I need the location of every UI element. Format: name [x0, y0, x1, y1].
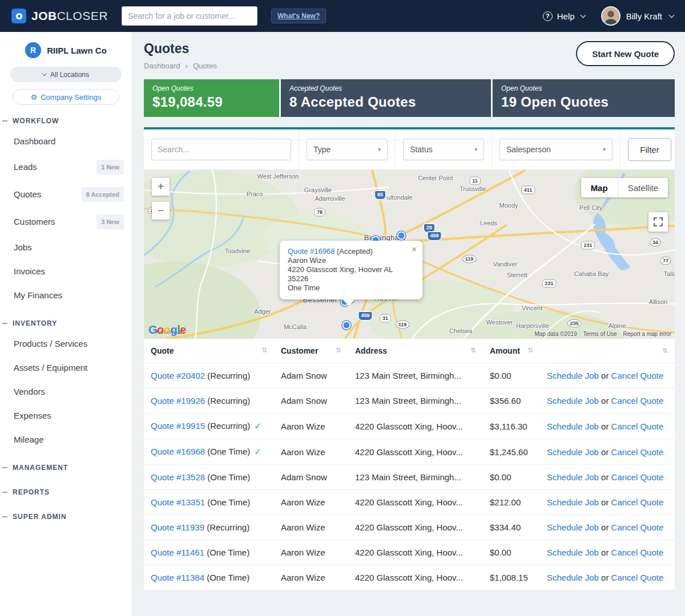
stat-card-open-quotes-amount[interactable]: Open Quotes $19,084.59	[144, 79, 279, 117]
quotes-search-input[interactable]	[151, 139, 291, 160]
company-settings-button[interactable]: ⚙ Company Settings	[13, 89, 119, 105]
cell-quote: Quote #11461 (One Time)	[144, 540, 274, 565]
sidebar-section-reports[interactable]: REPORTS	[0, 476, 132, 501]
quote-link[interactable]: Quote #11939	[151, 522, 204, 532]
cell-actions: Schedule Job or Cancel Quote	[540, 388, 675, 414]
collapse-dash-icon[interactable]	[2, 516, 7, 517]
help-menu[interactable]: ? Help	[543, 11, 585, 21]
sidebar-item-jobs[interactable]: Jobs	[0, 236, 132, 260]
type-select[interactable]: Type ▾	[307, 139, 388, 160]
sidebar-item-mileage[interactable]: Mileage	[0, 428, 132, 452]
map-town-label: Center Point	[418, 175, 453, 181]
quote-link[interactable]: Quote #19926	[151, 396, 205, 406]
sort-icon[interactable]: ⇅	[527, 346, 533, 354]
fullscreen-button[interactable]	[648, 212, 668, 232]
schedule-job-link[interactable]: Schedule Job	[547, 396, 599, 406]
sort-icon[interactable]: ⇅	[261, 346, 267, 354]
global-search-input[interactable]	[122, 6, 257, 26]
cancel-quote-link[interactable]: Cancel Quote	[611, 371, 664, 380]
cancel-quote-link[interactable]: Cancel Quote	[611, 573, 664, 582]
quote-link[interactable]: Quote #16968	[151, 447, 205, 456]
quotes-map[interactable]: West JeffersonPracoGraysvilleAdamsvilleF…	[144, 170, 675, 339]
schedule-job-link[interactable]: Schedule Job	[547, 447, 599, 457]
quote-link[interactable]: Quote #20402	[151, 371, 205, 380]
stat-card-accepted-quotes[interactable]: Accepted Quotes 8 Accepted Quotes	[281, 79, 491, 117]
quote-link[interactable]: Quote #19915	[151, 421, 205, 431]
map-town-label: Adamsville	[315, 195, 345, 202]
breadcrumb-dashboard[interactable]: Dashboard	[144, 62, 180, 70]
sidebar-item-my-finances[interactable]: My Finances	[0, 283, 132, 307]
column-header-actions[interactable]: ⇅	[540, 339, 675, 363]
map-town-label: Leeds	[480, 220, 497, 226]
report-error-link[interactable]: Report a map error	[623, 331, 671, 337]
cancel-quote-link[interactable]: Cancel Quote	[611, 447, 664, 457]
cancel-quote-link[interactable]: Cancel Quote	[611, 422, 664, 431]
top-navbar: JOBCLOSER What's New? ? Help Billy Kraft	[0, 0, 685, 32]
quote-link[interactable]: Quote #11461	[151, 548, 204, 557]
jobcloser-logo[interactable]: JOBCLOSER	[11, 9, 108, 23]
collapse-dash-icon[interactable]	[2, 492, 7, 493]
main-content: Quotes Dashboard › Quotes Start New Quot…	[132, 32, 685, 616]
cancel-quote-link[interactable]: Cancel Quote	[611, 522, 664, 532]
column-header-amount[interactable]: ⇅Amount	[483, 339, 540, 363]
map-marker[interactable]	[397, 232, 406, 240]
filter-button[interactable]: Filter	[628, 138, 671, 161]
caret-down-icon: ▾	[474, 147, 477, 152]
schedule-job-link[interactable]: Schedule Job	[547, 472, 599, 482]
sort-icon[interactable]: ⇅	[662, 347, 668, 355]
salesperson-select[interactable]: Salesperson ▾	[499, 139, 613, 160]
schedule-job-link[interactable]: Schedule Job	[547, 573, 599, 582]
schedule-job-link[interactable]: Schedule Job	[547, 548, 599, 557]
terms-link[interactable]: Terms of Use	[583, 331, 617, 337]
google-logo[interactable]: Google	[148, 323, 186, 337]
zoom-out-button[interactable]: −	[152, 202, 170, 220]
satellite-view-button[interactable]: Satellite	[618, 178, 668, 197]
zoom-in-button[interactable]: +	[152, 178, 170, 196]
sort-icon[interactable]: ⇅	[470, 346, 476, 354]
sidebar-item-expenses[interactable]: Expenses	[0, 404, 132, 428]
schedule-job-link[interactable]: Schedule Job	[547, 522, 599, 532]
schedule-job-link[interactable]: Schedule Job	[547, 497, 599, 507]
table-header-row: ⇅Quote ⇅Customer ⇅Address ⇅Amount ⇅	[144, 339, 675, 363]
sort-icon[interactable]: ⇅	[336, 346, 341, 354]
sidebar-item-leads[interactable]: Leads1 New	[0, 153, 132, 181]
collapse-dash-icon[interactable]	[2, 323, 7, 324]
sidebar-item-products-services[interactable]: Products / Services	[0, 332, 132, 356]
sidebar-section-super-admin[interactable]: SUPER ADMIN	[0, 501, 132, 525]
map-marker[interactable]	[342, 321, 351, 330]
collapse-dash-icon[interactable]	[2, 467, 7, 468]
sidebar-item-quotes[interactable]: Quotes8 Accepted	[0, 181, 132, 208]
whats-new-button[interactable]: What's New?	[271, 9, 326, 23]
accepted-check-icon: ✓	[254, 421, 261, 431]
quote-link[interactable]: Quote #13351	[151, 497, 205, 507]
quote-type-label: (Recurring)	[205, 421, 250, 431]
start-new-quote-button[interactable]: Start New Quote	[576, 41, 675, 66]
sidebar-item-dashboard[interactable]: Dashboard	[0, 129, 132, 153]
sidebar-item-assets-equipment[interactable]: Assets / Equipment	[0, 356, 132, 380]
column-header-customer[interactable]: ⇅Customer	[274, 339, 348, 363]
cancel-quote-link[interactable]: Cancel Quote	[611, 472, 664, 482]
sidebar-item-invoices[interactable]: Invoices	[0, 260, 132, 283]
sidebar-section-management[interactable]: MANAGEMENT	[0, 452, 132, 476]
schedule-job-link[interactable]: Schedule Job	[547, 422, 599, 431]
sidebar-item-vendors[interactable]: Vendors	[0, 380, 132, 404]
schedule-job-link[interactable]: Schedule Job	[547, 371, 599, 380]
user-menu[interactable]: Billy Kraft	[601, 6, 674, 26]
sidebar-item-customers[interactable]: Customers3 New	[0, 208, 132, 236]
column-header-quote[interactable]: ⇅Quote	[144, 339, 274, 363]
map-view-button[interactable]: Map	[581, 178, 618, 197]
cancel-quote-link[interactable]: Cancel Quote	[611, 548, 664, 557]
sidebar-section-inventory[interactable]: INVENTORY	[0, 307, 132, 332]
collapse-dash-icon[interactable]	[2, 120, 7, 121]
info-quote-link[interactable]: Quote #16968	[288, 247, 335, 256]
quote-link[interactable]: Quote #13528	[151, 472, 205, 482]
cancel-quote-link[interactable]: Cancel Quote	[611, 497, 664, 507]
cancel-quote-link[interactable]: Cancel Quote	[611, 396, 664, 406]
stat-card-open-quotes-count[interactable]: Open Quotes 19 Open Quotes	[493, 79, 675, 117]
sidebar-section-workflow[interactable]: WORKFLOW	[0, 105, 132, 129]
close-icon[interactable]: ×	[412, 245, 417, 253]
locations-dropdown[interactable]: All Locations	[10, 67, 122, 82]
status-select[interactable]: Status ▾	[403, 139, 484, 160]
quote-link[interactable]: Quote #11384	[151, 573, 204, 582]
column-header-address[interactable]: ⇅Address	[348, 339, 483, 363]
